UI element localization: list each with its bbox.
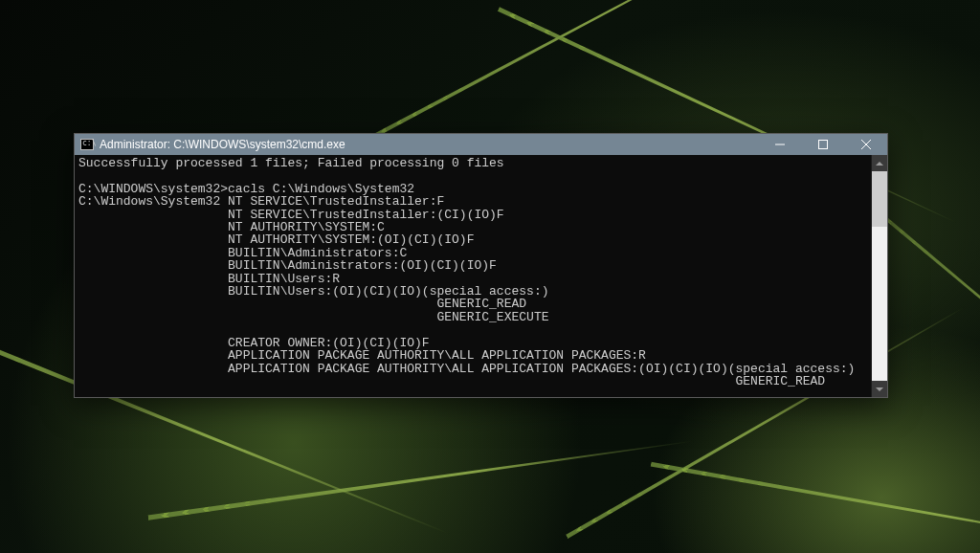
close-button[interactable] <box>844 134 887 155</box>
scrollbar-track[interactable] <box>872 171 887 381</box>
scroll-down-button[interactable] <box>872 381 887 397</box>
chevron-down-icon <box>876 386 883 393</box>
scroll-up-button[interactable] <box>872 155 887 171</box>
titlebar[interactable]: Administrator: C:\WINDOWS\system32\cmd.e… <box>75 134 887 155</box>
minimize-button[interactable] <box>758 134 801 155</box>
maximize-icon <box>818 140 828 149</box>
cmd-window: Administrator: C:\WINDOWS\system32\cmd.e… <box>74 133 888 398</box>
fern-decoration <box>649 453 980 553</box>
chevron-up-icon <box>876 160 883 167</box>
svg-rect-0 <box>818 141 827 149</box>
scrollbar-thumb[interactable] <box>872 171 887 227</box>
window-title: Administrator: C:\WINDOWS\system32\cmd.e… <box>100 138 345 151</box>
vertical-scrollbar[interactable] <box>871 155 887 397</box>
close-icon <box>861 140 871 149</box>
maximize-button[interactable] <box>801 134 844 155</box>
fern-decoration <box>367 0 782 146</box>
terminal-output[interactable]: Successfully processed 1 files; Failed p… <box>75 155 871 397</box>
minimize-icon <box>775 140 785 149</box>
cmd-icon <box>80 139 94 150</box>
terminal-container: Successfully processed 1 files; Failed p… <box>75 155 887 397</box>
